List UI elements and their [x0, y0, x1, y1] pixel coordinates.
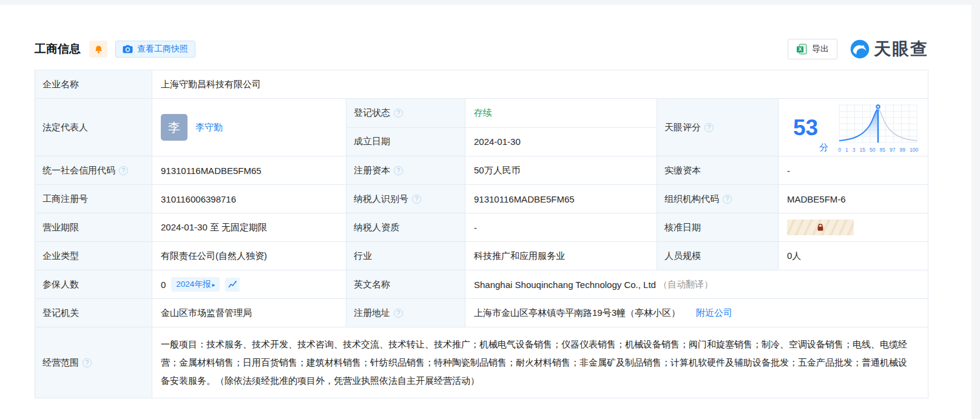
legal-rep-avatar[interactable]: 李 — [161, 114, 188, 141]
score-axis: 0 1 3 15 50 85 97 99 100 — [838, 147, 918, 153]
company-name-label: 企业名称 — [35, 70, 152, 99]
tyc-score-value: 53 分 — [779, 99, 928, 156]
business-scope-label-text: 经营范围 — [42, 357, 79, 369]
reg-status-value: 存续 — [465, 99, 657, 128]
svg-text:X: X — [799, 46, 802, 52]
score-number: 53 — [793, 116, 818, 139]
business-term-value: 2024-01-30 至 无固定期限 — [152, 213, 346, 242]
establish-date-label: 成立日期 — [346, 128, 465, 157]
taxpayer-quality-label: 纳税人资质 — [346, 213, 465, 242]
reg-authority-label: 登记机关 — [35, 299, 152, 327]
reg-status-label: 登记状态 — [346, 99, 465, 128]
reg-capital-label-text: 注册资本 — [354, 165, 390, 176]
business-scope-label: 经营范围 — [35, 327, 152, 398]
english-name-value: Shanghai Shouqinchang Technology Co., Lt… — [465, 270, 928, 299]
nearby-companies-link[interactable]: 附近公司 — [696, 307, 732, 319]
credit-code-label-text: 统一社会信用代码 — [42, 165, 115, 176]
business-info-table: 企业名称 上海守勤昌科技有限公司 法定代表人 李 李守勤 登记状态 存续 — [35, 70, 928, 398]
line-chart-icon — [228, 280, 237, 289]
tyc-score-label: 天眼评分 — [657, 99, 779, 156]
lock-icon — [816, 223, 825, 232]
row-business-term: 营业期限 2024-01-30 至 无固定期限 纳税人资质 - 核准日期 — [35, 213, 928, 242]
company-type-value: 有限责任公司(自然人独资) — [152, 242, 346, 270]
legal-rep-value: 李 李守勤 — [152, 99, 346, 156]
view-snapshot-button[interactable]: 查看工商快照 — [115, 41, 195, 58]
question-icon[interactable] — [723, 195, 732, 204]
export-button[interactable]: X 导出 — [788, 39, 837, 59]
export-button-label: 导出 — [812, 44, 829, 55]
company-name-value: 上海守勤昌科技有限公司 — [152, 70, 928, 99]
row-credit-code: 统一社会信用代码 91310116MADBE5FM65 注册资本 50万人民币 … — [35, 156, 928, 185]
status-date-block: 登记状态 存续 成立日期 2024-01-30 — [346, 99, 657, 156]
english-name-text: Shanghai Shouqinchang Technology Co., Lt… — [474, 280, 656, 290]
score-unit: 分 — [819, 142, 828, 153]
insured-trend-button[interactable] — [225, 278, 240, 292]
paid-capital-value: - — [779, 156, 928, 185]
row-reg-authority: 登记机关 金山区市场监督管理局 注册地址 上海市金山区亭林镇寺平南路19号3幢（… — [35, 299, 928, 327]
annual-report-link[interactable]: 2024年报 ▸ — [171, 277, 220, 292]
reg-capital-value: 50万人民币 — [465, 156, 657, 185]
row-reg-status: 登记状态 存续 — [346, 99, 657, 128]
question-icon[interactable] — [83, 358, 92, 367]
insured-count-value: 0 2024年报 ▸ — [152, 270, 346, 299]
tianyancha-logo-text: 天眼查 — [874, 38, 928, 61]
score-axis-tick: 99 — [899, 147, 905, 153]
company-type-label: 企业类型 — [35, 242, 152, 270]
approval-date-value — [779, 213, 928, 242]
score-axis-tick: 85 — [879, 147, 885, 153]
question-icon[interactable] — [394, 166, 403, 175]
org-code-label: 组织机构代码 — [657, 185, 779, 213]
business-term-label: 营业期限 — [35, 213, 152, 242]
staff-size-value: 0人 — [779, 242, 928, 270]
score-axis-tick: 50 — [870, 147, 875, 153]
reg-capital-label: 注册资本 — [346, 156, 465, 185]
legal-rep-label: 法定代表人 — [35, 99, 152, 156]
industry-label: 行业 — [346, 242, 465, 270]
tianyancha-logo: 天眼查 — [850, 38, 928, 61]
score-curve-chart — [838, 102, 918, 145]
row-company-type: 企业类型 有限责任公司(自然人独资) 行业 科技推广和应用服务业 人员规模 0人 — [35, 242, 928, 270]
question-icon[interactable] — [705, 123, 714, 132]
score-distribution-chart: 0 1 3 15 50 85 97 99 100 — [838, 102, 918, 153]
excel-icon: X — [796, 44, 807, 55]
snapshot-button-label: 查看工商快照 — [137, 44, 188, 55]
reg-address-label-text: 注册地址 — [354, 307, 390, 319]
score-axis-tick: 1 — [845, 147, 848, 153]
row-establish-date: 成立日期 2024-01-30 — [346, 128, 657, 157]
page-title: 工商信息 — [35, 41, 81, 57]
question-icon[interactable] — [394, 109, 403, 118]
industry-value: 科技推广和应用服务业 — [465, 242, 657, 270]
score-axis-tick: 0 — [838, 147, 841, 153]
staff-size-label: 人员规模 — [657, 242, 779, 270]
insured-count-number: 0 — [161, 280, 166, 290]
subscribe-bell-button[interactable] — [89, 41, 107, 58]
reg-number-value: 310116006398716 — [152, 185, 346, 213]
org-code-value: MADBE5FM-6 — [779, 185, 928, 213]
row-reg-number: 工商注册号 310116006398716 纳税人识别号 91310116MAD… — [35, 185, 928, 213]
score-axis-tick: 3 — [853, 147, 856, 153]
annual-report-label: 2024年报 — [176, 279, 211, 290]
paid-capital-label: 实缴资本 — [657, 156, 779, 185]
english-name-label: 英文名称 — [346, 270, 465, 299]
establish-date-value: 2024-01-30 — [465, 128, 657, 157]
business-info-panel: 工商信息 查看工商快照 X — [0, 5, 972, 419]
score-axis-tick: 15 — [859, 147, 865, 153]
bell-icon — [94, 45, 103, 54]
legal-rep-name-link[interactable]: 李守勤 — [195, 122, 223, 133]
taxpayer-id-value: 91310116MADBE5FM65 — [465, 185, 657, 213]
reg-authority-value: 金山区市场监督管理局 — [152, 299, 346, 327]
question-icon[interactable] — [412, 195, 421, 204]
reg-number-label: 工商注册号 — [35, 185, 152, 213]
locked-value-badge[interactable] — [787, 220, 854, 235]
score-axis-tick: 100 — [910, 147, 918, 153]
chevron-right-icon: ▸ — [212, 281, 215, 288]
question-icon[interactable] — [119, 166, 128, 175]
taxpayer-id-label-text: 纳税人识别号 — [354, 193, 408, 205]
tianyancha-logo-icon — [850, 39, 870, 59]
credit-code-label: 统一社会信用代码 — [35, 156, 152, 185]
approval-date-label: 核准日期 — [657, 213, 779, 242]
reg-status-label-text: 登记状态 — [354, 107, 390, 119]
tyc-score-label-text: 天眼评分 — [664, 122, 701, 133]
question-icon[interactable] — [394, 309, 403, 318]
reg-address-value: 上海市金山区亭林镇寺平南路19号3幢（亭林小区） 附近公司 — [465, 299, 928, 327]
